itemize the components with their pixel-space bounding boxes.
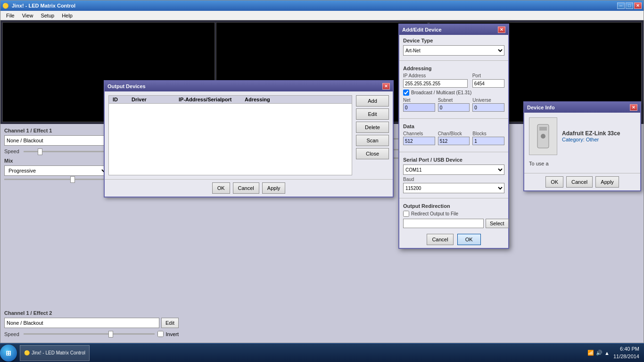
taskbar: ⊞ 🟡 Jinx! - LED Matrix Control 📶 🔊 ▲ 6:4… [0,343,644,362]
serial-section: Serial Port / USB Device COM11 Baud 1152… [399,154,508,196]
ip-input[interactable] [403,79,468,88]
taskbar-clock[interactable]: 6:40 PM 11/28/2014 [613,346,639,360]
col-ip: IP-Address/Serialport [177,97,243,102]
channel1-effect1-section: Channel 1 / Effect 1 None / Blackout Spe… [4,128,108,180]
col-addressing: Adressing [243,97,350,102]
device-info-row: Adafruit EZ-Link 33ce Category: Other [529,117,636,155]
redirect-checkbox[interactable] [403,211,409,217]
channel1-effect1-label: Channel 1 / Effect 1 [4,128,108,133]
output-devices-close-button[interactable]: ✕ [382,83,390,90]
add-edit-title: Add/Edit Device [402,27,442,33]
dialog-buttons: Add Edit Delete Scan Close [356,95,389,175]
channel1-effect1-speed-row: Speed [4,148,108,154]
ip-port-row: IP Address Port [403,73,504,88]
universe-input[interactable] [472,103,504,112]
channel1-effect2-speed-row: Speed Invert [4,331,179,337]
channels-input[interactable] [403,137,435,145]
speed-slider-thumb-2 [108,331,113,337]
taskbar-jinx-label: Jinx! - LED Matrix Control [32,350,85,355]
subnet-input[interactable] [438,103,470,112]
taskbar-jinx-icon: 🟡 [24,350,30,355]
divider-3 [399,152,508,152]
chan-block-label: Chan/Block [438,131,470,136]
taskbar-app-jinx[interactable]: 🟡 Jinx! - LED Matrix Control [20,345,90,361]
menu-bar: File View Setup Help [0,11,644,20]
broadcast-checkbox[interactable] [403,90,409,96]
taskbar-right: 📶 🔊 ▲ 6:40 PM 11/28/2014 [583,346,644,360]
serial-select[interactable]: COM11 [403,165,504,175]
output-devices-titlebar: Output Devices ✕ [105,81,393,91]
network-icon: 📶 [587,350,594,356]
mix-slider[interactable] [4,179,108,180]
device-info-apply-button[interactable]: Apply [595,176,619,188]
maximize-button[interactable]: □ [626,2,633,9]
universe-group: Universe [472,98,504,112]
edit-button[interactable]: Edit [161,318,179,328]
output-edit-button[interactable]: Edit [356,108,389,120]
output-redirect-section: Output Redirection Redirect Output to Fi… [399,200,508,231]
minimize-button[interactable]: ─ [617,2,625,9]
device-category: Category: Other [562,137,620,142]
data-section-label: Data [403,123,504,129]
blocks-label: Blocks [472,131,504,136]
window-controls: ─ □ ✕ [617,2,642,9]
universe-label: Universe [472,98,504,103]
device-info-titlebar: Device Info ✕ [524,102,640,113]
device-info-ok-button[interactable]: OK [545,176,563,188]
output-devices-content: ID Driver IP-Address/Serialport Adressin… [105,91,393,179]
select-button[interactable]: Select [486,219,509,228]
delete-button[interactable]: Delete [356,122,389,133]
speed-slider-2[interactable] [24,333,155,335]
net-input[interactable] [403,103,435,112]
add-button[interactable]: Add [356,95,389,107]
output-apply-button[interactable]: Apply [262,182,286,194]
add-edit-close-button[interactable]: ✕ [498,26,505,33]
invert-checkbox[interactable] [157,331,164,337]
speed-slider-1[interactable] [24,151,108,152]
clock-date: 11/28/2014 [613,353,639,360]
redirect-file-input[interactable] [403,219,484,228]
port-input[interactable] [472,79,504,88]
output-ok-button[interactable]: OK [212,182,230,194]
scan-button[interactable]: Scan [356,135,389,146]
output-devices-dialog: Output Devices ✕ ID Driver IP-Address/Se… [104,80,394,197]
channel1-effect1-select[interactable]: None / Blackout [4,135,108,146]
output-devices-title: Output Devices [107,83,146,89]
channels-row: Channels Chan/Block Blocks [403,131,504,145]
add-edit-titlebar: Add/Edit Device ✕ [399,25,508,35]
broadcast-label: Broadcast / Multicast (E1.31) [411,90,471,95]
mix-select[interactable]: Progressive [4,165,108,176]
device-info-title: Device Info [527,105,555,110]
close-button[interactable]: ✕ [634,2,642,9]
serial-section-label: Serial Port / USB Device [403,157,504,163]
channel1-effect2-select[interactable]: None / Blackout [4,318,159,328]
device-info-close-button[interactable]: ✕ [630,104,637,111]
menu-help[interactable]: Help [58,12,76,19]
taskbar-system-icons: 📶 🔊 ▲ [587,350,610,356]
blocks-group: Blocks [472,131,504,145]
menu-view[interactable]: View [18,12,37,19]
device-name: Adafruit EZ-Link 33ce [562,130,620,137]
device-type-select[interactable]: Art-Net [403,45,504,56]
add-edit-cancel-button[interactable]: Cancel [427,234,453,245]
baud-label: Baud [403,177,504,182]
data-section: Data Channels Chan/Block Blocks [399,121,508,150]
device-info-cancel-button[interactable]: Cancel [566,176,593,188]
menu-file[interactable]: File [2,12,18,19]
chan-block-input[interactable] [438,137,470,145]
channel1-effect2-dropdown-row: None / Blackout Edit [4,318,179,328]
close-output-button[interactable]: Close [356,148,389,159]
menu-setup[interactable]: Setup [37,12,58,19]
app-titlebar: 🟡 Jinx! - LED Matrix Control ─ □ ✕ [0,0,644,11]
start-button[interactable]: ⊞ [0,345,17,362]
volume-icon: 🔊 [596,350,603,356]
blocks-input[interactable] [472,137,504,145]
ip-label: IP Address [403,73,468,78]
col-driver: Driver [130,97,177,102]
invert-checkbox-row: Invert [157,331,179,337]
baud-select[interactable]: 115200 [403,183,504,193]
expand-icon[interactable]: ▲ [604,350,610,356]
output-cancel-button[interactable]: Cancel [233,182,259,194]
add-edit-ok-button[interactable]: OK [457,234,481,245]
device-image [529,117,557,155]
